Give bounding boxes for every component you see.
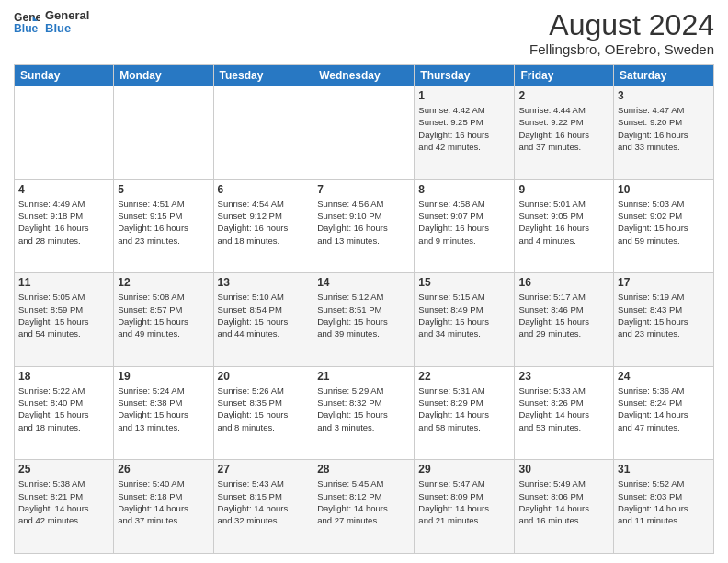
day-number: 5: [118, 183, 209, 196]
day-4: 4Sunrise: 4:49 AM Sunset: 9:18 PM Daylig…: [15, 179, 114, 273]
day-6: 6Sunrise: 4:54 AM Sunset: 9:12 PM Daylig…: [213, 179, 313, 273]
day-26: 26Sunrise: 5:40 AM Sunset: 8:18 PM Dayli…: [114, 460, 213, 554]
day-21: 21Sunrise: 5:29 AM Sunset: 8:32 PM Dayli…: [313, 366, 415, 460]
logo-line2: Blue: [45, 22, 89, 35]
week-row-4: 18Sunrise: 5:22 AM Sunset: 8:40 PM Dayli…: [15, 366, 714, 460]
day-info: Sunrise: 5:03 AM Sunset: 9:02 PM Dayligh…: [618, 198, 710, 247]
week-row-5: 25Sunrise: 5:38 AM Sunset: 8:21 PM Dayli…: [15, 460, 714, 554]
logo-icon: General Blue: [14, 9, 40, 35]
day-info: Sunrise: 5:10 AM Sunset: 8:54 PM Dayligh…: [218, 291, 310, 339]
day-info: Sunrise: 5:38 AM Sunset: 8:21 PM Dayligh…: [18, 477, 109, 526]
day-info: Sunrise: 5:24 AM Sunset: 8:38 PM Dayligh…: [118, 385, 209, 433]
day-9: 9Sunrise: 5:01 AM Sunset: 9:05 PM Daylig…: [515, 179, 614, 273]
title-block: August 2024 Fellingsbro, OErebro, Sweden: [529, 9, 714, 57]
day-info: Sunrise: 4:49 AM Sunset: 9:18 PM Dayligh…: [18, 198, 109, 247]
day-16: 16Sunrise: 5:17 AM Sunset: 8:46 PM Dayli…: [515, 273, 614, 367]
header-friday: Friday: [515, 65, 614, 86]
month-year: August 2024: [529, 9, 714, 41]
day-info: Sunrise: 5:05 AM Sunset: 8:59 PM Dayligh…: [18, 291, 109, 339]
day-number: 10: [618, 183, 710, 196]
day-5: 5Sunrise: 4:51 AM Sunset: 9:15 PM Daylig…: [114, 179, 213, 273]
day-number: 9: [518, 183, 609, 196]
week-row-3: 11Sunrise: 5:05 AM Sunset: 8:59 PM Dayli…: [15, 273, 714, 367]
day-info: Sunrise: 4:54 AM Sunset: 9:12 PM Dayligh…: [218, 198, 310, 247]
day-number: 4: [18, 183, 109, 196]
day-info: Sunrise: 4:58 AM Sunset: 9:07 PM Dayligh…: [418, 198, 510, 247]
day-number: 23: [518, 370, 609, 383]
day-10: 10Sunrise: 5:03 AM Sunset: 9:02 PM Dayli…: [614, 179, 714, 273]
day-info: Sunrise: 5:52 AM Sunset: 8:03 PM Dayligh…: [618, 477, 710, 526]
day-11: 11Sunrise: 5:05 AM Sunset: 8:59 PM Dayli…: [15, 273, 114, 367]
day-number: 3: [618, 89, 710, 102]
header-sunday: Sunday: [15, 65, 114, 86]
calendar: SundayMondayTuesdayWednesdayThursdayFrid…: [14, 64, 714, 554]
day-20: 20Sunrise: 5:26 AM Sunset: 8:35 PM Dayli…: [213, 366, 313, 460]
day-29: 29Sunrise: 5:47 AM Sunset: 8:09 PM Dayli…: [415, 460, 515, 554]
day-7: 7Sunrise: 4:56 AM Sunset: 9:10 PM Daylig…: [313, 179, 415, 273]
week-row-2: 4Sunrise: 4:49 AM Sunset: 9:18 PM Daylig…: [15, 179, 714, 273]
day-number: 21: [317, 370, 410, 383]
day-28: 28Sunrise: 5:45 AM Sunset: 8:12 PM Dayli…: [313, 460, 415, 554]
day-number: 15: [418, 276, 510, 289]
day-17: 17Sunrise: 5:19 AM Sunset: 8:43 PM Dayli…: [614, 273, 714, 367]
day-number: 14: [317, 276, 410, 289]
day-info: Sunrise: 5:47 AM Sunset: 8:09 PM Dayligh…: [418, 477, 510, 526]
day-info: Sunrise: 5:31 AM Sunset: 8:29 PM Dayligh…: [418, 385, 510, 433]
empty-cell: [313, 86, 415, 180]
day-info: Sunrise: 5:12 AM Sunset: 8:51 PM Dayligh…: [317, 291, 410, 339]
day-23: 23Sunrise: 5:33 AM Sunset: 8:26 PM Dayli…: [515, 366, 614, 460]
day-number: 17: [618, 276, 710, 289]
page: General Blue General Blue August 2024 Fe…: [0, 0, 728, 563]
day-info: Sunrise: 5:01 AM Sunset: 9:05 PM Dayligh…: [518, 198, 609, 247]
day-info: Sunrise: 5:40 AM Sunset: 8:18 PM Dayligh…: [118, 477, 209, 526]
day-31: 31Sunrise: 5:52 AM Sunset: 8:03 PM Dayli…: [614, 460, 714, 554]
empty-cell: [15, 86, 114, 180]
header-saturday: Saturday: [614, 65, 714, 86]
day-info: Sunrise: 5:19 AM Sunset: 8:43 PM Dayligh…: [618, 291, 710, 339]
day-info: Sunrise: 4:42 AM Sunset: 9:25 PM Dayligh…: [418, 104, 510, 153]
day-number: 27: [218, 463, 310, 476]
header-monday: Monday: [114, 65, 213, 86]
header: General Blue General Blue August 2024 Fe…: [14, 9, 714, 57]
svg-text:Blue: Blue: [14, 22, 39, 35]
day-number: 19: [118, 370, 209, 383]
day-number: 13: [218, 276, 310, 289]
day-info: Sunrise: 4:47 AM Sunset: 9:20 PM Dayligh…: [618, 104, 710, 153]
logo: General Blue General Blue: [14, 9, 89, 36]
day-number: 8: [418, 183, 510, 196]
day-info: Sunrise: 5:49 AM Sunset: 8:06 PM Dayligh…: [518, 477, 609, 526]
day-30: 30Sunrise: 5:49 AM Sunset: 8:06 PM Dayli…: [515, 460, 614, 554]
header-thursday: Thursday: [415, 65, 515, 86]
day-8: 8Sunrise: 4:58 AM Sunset: 9:07 PM Daylig…: [415, 179, 515, 273]
day-number: 28: [317, 463, 410, 476]
logo-line1: General: [45, 9, 89, 22]
week-row-1: 1Sunrise: 4:42 AM Sunset: 9:25 PM Daylig…: [15, 86, 714, 180]
day-18: 18Sunrise: 5:22 AM Sunset: 8:40 PM Dayli…: [15, 366, 114, 460]
day-2: 2Sunrise: 4:44 AM Sunset: 9:22 PM Daylig…: [515, 86, 614, 180]
location: Fellingsbro, OErebro, Sweden: [529, 41, 714, 57]
day-number: 2: [518, 89, 609, 102]
day-24: 24Sunrise: 5:36 AM Sunset: 8:24 PM Dayli…: [614, 366, 714, 460]
day-22: 22Sunrise: 5:31 AM Sunset: 8:29 PM Dayli…: [415, 366, 515, 460]
day-number: 1: [418, 89, 510, 102]
day-3: 3Sunrise: 4:47 AM Sunset: 9:20 PM Daylig…: [614, 86, 714, 180]
day-number: 6: [218, 183, 310, 196]
day-number: 24: [618, 370, 710, 383]
day-12: 12Sunrise: 5:08 AM Sunset: 8:57 PM Dayli…: [114, 273, 213, 367]
day-27: 27Sunrise: 5:43 AM Sunset: 8:15 PM Dayli…: [213, 460, 313, 554]
calendar-header-row: SundayMondayTuesdayWednesdayThursdayFrid…: [15, 65, 714, 86]
day-info: Sunrise: 5:08 AM Sunset: 8:57 PM Dayligh…: [118, 291, 209, 339]
day-15: 15Sunrise: 5:15 AM Sunset: 8:49 PM Dayli…: [415, 273, 515, 367]
day-14: 14Sunrise: 5:12 AM Sunset: 8:51 PM Dayli…: [313, 273, 415, 367]
day-number: 20: [218, 370, 310, 383]
empty-cell: [213, 86, 313, 180]
day-13: 13Sunrise: 5:10 AM Sunset: 8:54 PM Dayli…: [213, 273, 313, 367]
day-number: 18: [18, 370, 109, 383]
day-info: Sunrise: 4:44 AM Sunset: 9:22 PM Dayligh…: [518, 104, 609, 153]
day-info: Sunrise: 5:33 AM Sunset: 8:26 PM Dayligh…: [518, 385, 609, 433]
day-number: 31: [618, 463, 710, 476]
day-info: Sunrise: 5:43 AM Sunset: 8:15 PM Dayligh…: [218, 477, 310, 526]
day-info: Sunrise: 5:36 AM Sunset: 8:24 PM Dayligh…: [618, 385, 710, 433]
day-number: 11: [18, 276, 109, 289]
day-info: Sunrise: 5:22 AM Sunset: 8:40 PM Dayligh…: [18, 385, 109, 433]
